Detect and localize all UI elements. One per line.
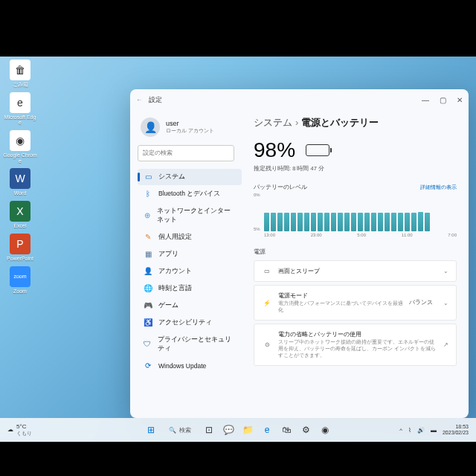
store-icon[interactable]: 🛍 xyxy=(279,422,294,437)
settings-window: ← 設定 — ▢ ✕ 👤 user ローカル アカウント ▭システムᛒBluet… xyxy=(130,89,469,418)
nav-label: アカウント xyxy=(158,267,192,276)
titlebar[interactable]: ← 設定 — ▢ ✕ xyxy=(130,89,469,110)
chart-bar xyxy=(425,213,430,231)
card-subtitle: スリープ中のネットワーク接続の維持が重要です。エネルギーの使用を抑え、バッテリー… xyxy=(278,339,437,359)
card-title: 画面とスリープ xyxy=(278,267,437,275)
volume-icon[interactable]: 🔊 xyxy=(417,427,425,434)
nav-label: 時刻と言語 xyxy=(158,284,192,293)
close-button[interactable]: ✕ xyxy=(457,96,463,104)
nav-label: 個人用設定 xyxy=(158,233,192,242)
chevron-up-icon[interactable]: ^ xyxy=(399,427,402,434)
search-input[interactable] xyxy=(138,145,234,161)
nav-個人用設定[interactable]: ✎個人用設定 xyxy=(138,229,242,245)
chart-bar xyxy=(311,213,316,231)
weather-icon: ☁ xyxy=(7,426,13,433)
power-section-label: 電源 xyxy=(254,248,457,256)
nav-label: ネットワークとインターネット xyxy=(157,207,236,225)
nav-icon: ✎ xyxy=(144,233,152,242)
nav-ゲーム[interactable]: 🎮ゲーム xyxy=(138,298,242,314)
taskbar[interactable]: ☁ 5°C くもり ⊞ 🔍 検索 ⊡ 💬 📁 e 🛍 ⚙ ◉ ^ ⌇ 🔊 ▬ 1… xyxy=(0,418,476,442)
taskbar-center: ⊞ 🔍 検索 ⊡ 💬 📁 e 🛍 ⚙ ◉ xyxy=(144,422,332,437)
nav-アプリ[interactable]: ▦アプリ xyxy=(138,246,242,263)
power-card[interactable]: ⊙電力の省略とバッテリーの使用スリープ中のネットワーク接続の維持が重要です。エネ… xyxy=(254,324,457,366)
nav-Windows Update[interactable]: ⟳Windows Update xyxy=(138,358,242,374)
power-card[interactable]: ⚡電源モード電力消費とパフォーマンスに基づいてデバイスを最適化バランス⌄ xyxy=(254,285,457,321)
chart-bar xyxy=(398,213,403,231)
sidebar: 👤 user ローカル アカウント ▭システムᛒBluetooth とデバイス⊕… xyxy=(130,110,242,418)
detail-link[interactable]: 詳細情報の表示 xyxy=(420,184,457,191)
minimize-button[interactable]: — xyxy=(422,96,429,104)
letterbox-bottom xyxy=(0,442,476,476)
breadcrumb-parent[interactable]: システム xyxy=(254,117,292,128)
x-tick: 11:00 xyxy=(402,233,413,237)
nav-システム[interactable]: ▭システム xyxy=(138,169,242,185)
nav-プライバシーとセキュリティ[interactable]: 🛡プライバシーとセキュリティ xyxy=(138,332,242,357)
card-subtitle: 電力消費とパフォーマンスに基づいてデバイスを最適化 xyxy=(278,300,403,314)
edge-icon[interactable]: e xyxy=(260,422,274,437)
breadcrumb: システム›電源とバッテリー xyxy=(254,116,457,129)
taskbar-search[interactable]: 🔍 検索 xyxy=(163,425,197,436)
nav-icon: 🛡 xyxy=(144,340,152,349)
x-tick: 23:00 xyxy=(311,233,322,237)
desktop-icon-Microsoft Edge[interactable]: eMicrosoft Edge xyxy=(3,92,37,126)
back-icon[interactable]: ← xyxy=(136,96,143,103)
card-icon: ⚡ xyxy=(262,300,272,306)
y-label-bottom: 5% xyxy=(254,227,260,231)
task-view-icon[interactable]: ⊡ xyxy=(202,422,216,437)
start-button[interactable]: ⊞ xyxy=(144,422,158,437)
chevron-icon: ⌄ xyxy=(443,300,448,306)
desktop: 🗑ごみ箱eMicrosoft Edge◉Google ChromeWWordXE… xyxy=(0,0,476,476)
explorer-icon[interactable]: 📁 xyxy=(240,422,255,437)
chat-icon[interactable]: 💬 xyxy=(221,422,236,437)
chart-bar xyxy=(344,213,350,231)
wifi-icon[interactable]: ⌇ xyxy=(408,427,411,434)
desktop-icon-Zoom[interactable]: zoomZoom xyxy=(3,266,37,295)
settings-icon[interactable]: ⚙ xyxy=(298,422,313,437)
nav-icon: ▭ xyxy=(144,173,152,181)
window-title: 設定 xyxy=(149,95,162,105)
nav-label: システム xyxy=(158,173,185,181)
maximize-button[interactable]: ▢ xyxy=(440,96,446,104)
nav-Bluetooth とデバイス[interactable]: ᛒBluetooth とデバイス xyxy=(138,186,242,202)
breadcrumb-current: 電源とバッテリー xyxy=(301,117,379,128)
x-tick: 5:00 xyxy=(357,233,366,237)
taskbar-weather[interactable]: ☁ 5°C くもり xyxy=(7,424,32,436)
chevron-icon: ⌄ xyxy=(443,268,448,274)
chart-bar xyxy=(351,213,356,231)
taskbar-clock[interactable]: 18:532023/02/23 xyxy=(443,424,469,435)
desktop-icon-Excel[interactable]: XExcel xyxy=(3,201,37,229)
letterbox-top xyxy=(0,0,476,57)
nav-時刻と言語[interactable]: 🌐時刻と言語 xyxy=(138,280,242,297)
chart-bar xyxy=(298,213,303,231)
avatar-icon: 👤 xyxy=(141,118,160,137)
taskbar-tray[interactable]: ^ ⌇ 🔊 ▬ 18:532023/02/23 xyxy=(399,424,469,435)
nav-ネットワークとインターネット[interactable]: ⊕ネットワークとインターネット xyxy=(138,203,242,228)
user-type: ローカル アカウント xyxy=(166,127,214,135)
nav-icon: 👤 xyxy=(144,267,152,276)
desktop-icon-Google Chrome[interactable]: ◉Google Chrome xyxy=(3,130,37,164)
chart-bar xyxy=(371,213,376,231)
desktop-icon-PowerPoint[interactable]: PPowerPoint xyxy=(3,234,37,262)
power-card[interactable]: ▭画面とスリープ⌄ xyxy=(254,260,457,282)
chevron-icon: ↗ xyxy=(443,341,448,348)
chart-bar xyxy=(331,213,336,231)
chart-bar xyxy=(338,213,343,231)
card-icon: ⊙ xyxy=(262,341,272,348)
card-value: バランス xyxy=(409,299,433,306)
battery-tray-icon[interactable]: ▬ xyxy=(431,427,437,434)
battery-percent: 98% xyxy=(254,138,457,162)
user-account[interactable]: 👤 user ローカル アカウント xyxy=(138,115,242,144)
x-tick: 13:00 xyxy=(264,233,275,237)
nav-アクセシビリティ[interactable]: ♿アクセシビリティ xyxy=(138,315,242,331)
desktop-icon-Word[interactable]: WWord xyxy=(3,168,37,196)
chart-bar xyxy=(324,213,329,231)
nav-label: Bluetooth とデバイス xyxy=(158,190,220,199)
chart-bar xyxy=(411,213,416,231)
nav-アカウント[interactable]: 👤アカウント xyxy=(138,263,242,280)
chart-bar xyxy=(284,213,289,231)
chart-bar xyxy=(418,212,423,231)
chart-bar xyxy=(291,213,296,231)
desktop-icon-ごみ箱[interactable]: 🗑ごみ箱 xyxy=(3,60,37,88)
chrome-icon[interactable]: ◉ xyxy=(318,422,332,437)
user-name: user xyxy=(166,120,214,127)
